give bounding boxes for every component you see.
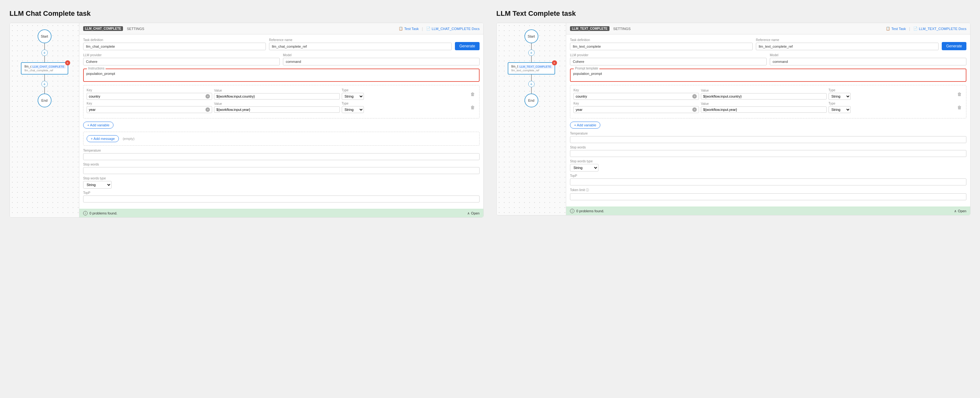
right-open-btn[interactable]: ∧ Open [954,209,966,213]
right-flow-panel: Start + × llm_text_complete llm_text_com… [496,23,566,215]
left-section: LLM Chat Complete task Start + × [10,10,484,218]
left-add-message-btn[interactable]: + Add message [87,135,119,142]
left-model-input[interactable] [283,58,480,65]
right-plus-2[interactable]: + [528,81,535,87]
right-var2-type-select[interactable]: String [829,106,851,113]
left-task-def-group: Task definition [83,38,266,50]
left-open-btn[interactable]: ∧ Open [467,211,480,216]
right-prompt-template-value[interactable]: population_prompt [573,72,963,79]
right-ref-name-input[interactable] [756,43,939,50]
left-var-row-2: Key × Value [87,102,476,113]
right-generate-btn[interactable]: Generate [942,42,966,50]
left-var1-type-select[interactable]: String [342,93,364,100]
left-var1-val-input[interactable] [216,94,337,98]
right-var2-delete[interactable]: 🗑 [956,104,963,111]
right-topp-input[interactable] [570,178,966,186]
left-temperature-label: Temperature [83,149,480,152]
left-topp-input[interactable] [83,195,480,203]
right-var1-key-wrap: × [573,93,699,100]
right-tab-settings[interactable]: SETTINGS [611,25,633,32]
left-tab-active[interactable]: LLM_CHAT_COMPLETE [83,26,123,31]
right-task-close[interactable]: × [552,60,557,65]
right-provider-row: LLM provider Model [570,53,966,65]
right-var1-val-input[interactable] [703,94,824,98]
left-tab-docs[interactable]: 📄 LLM_CHAT_COMPLETE Docs [426,27,480,31]
right-var2-val-wrap [701,106,826,113]
right-ref-name-group: Reference name [756,38,939,50]
left-llm-provider-input[interactable] [83,58,280,65]
left-temperature-group: Temperature [83,149,480,160]
left-var2-clear[interactable]: × [205,108,210,112]
right-var1-clear[interactable]: × [692,94,697,98]
right-model-label: Model [770,53,966,57]
left-tab-test-task[interactable]: 📋 Test Task [399,27,419,31]
left-problems-text: 0 problems found. [89,211,117,215]
right-topp-label: TopP [570,174,966,178]
right-var1-key-input[interactable] [576,94,692,98]
left-task-def-input[interactable] [83,43,266,50]
right-var1-val-wrap [701,93,826,100]
right-def-row: Task definition Reference name Generate [570,38,966,50]
left-var2-val-input[interactable] [216,108,337,111]
right-var1-delete[interactable]: 🗑 [956,90,963,98]
right-stop-words-type-select[interactable]: String [570,164,598,171]
left-instructions-value[interactable]: population_prompt [86,72,476,79]
left-task-node-badge: LLM_CHAT_COMPLETE [31,65,66,68]
right-tab-docs[interactable]: 📄 LLM_TEXT_COMPLETE Docs [913,27,966,31]
right-model-input[interactable] [770,58,966,65]
left-var1-key-input[interactable] [89,94,205,98]
right-stop-words-input[interactable] [570,150,966,157]
left-var2-type-select[interactable]: String [342,106,364,113]
right-arrow-3 [531,75,532,81]
left-task-node[interactable]: × llm_chat_complete llm_chat_complete_re… [21,62,68,75]
left-arrow-1 [44,43,45,49]
right-var2-clear[interactable]: × [692,108,697,112]
left-var2-delete[interactable]: 🗑 [469,104,476,111]
right-prompt-template-label: Prompt template [574,67,600,70]
right-tab-active[interactable]: LLM_TEXT_COMPLETE [570,26,609,31]
right-var2-key-input[interactable] [576,108,692,111]
left-plus-2[interactable]: + [41,81,48,87]
left-model-label: Model [283,53,480,57]
left-stop-words-type-label: Stop words type [83,177,480,180]
right-flow-nodes: Start + × llm_text_complete llm_text_com… [508,29,555,108]
right-temperature-input[interactable] [570,136,966,143]
right-plus-1[interactable]: + [528,49,535,56]
right-var2-key-group: Key × [573,102,699,113]
right-ref-name-label: Reference name [756,38,939,42]
right-var2-val-input[interactable] [703,108,824,111]
left-var1-key-wrap: × [87,93,212,100]
right-var1-type-select[interactable]: String [829,93,851,100]
left-generate-btn[interactable]: Generate [455,42,480,50]
left-task-def-label: Task definition [83,38,266,42]
right-temperature-group: Temperature [570,132,966,143]
right-task-node[interactable]: × llm_text_complete llm_text_complete_re… [508,62,555,75]
right-task-def-input[interactable] [570,43,753,50]
left-arrow-2 [44,56,45,62]
right-stop-words-type-label: Stop words type [570,160,966,163]
left-temperature-input[interactable] [83,153,480,160]
left-var1-delete[interactable]: 🗑 [469,90,476,98]
right-token-limit-label: Token limit ⓘ [570,188,966,192]
right-var2-key-wrap: × [573,106,699,113]
right-tab-test-task[interactable]: 📋 Test Task [886,27,906,31]
left-var1-clear[interactable]: × [205,94,210,98]
right-token-limit-input[interactable] [570,193,966,200]
left-stop-words-type-select[interactable]: String [83,181,111,189]
right-var2-key-label: Key [573,102,699,105]
left-tab-settings[interactable]: SETTINGS [124,25,147,32]
left-plus-1[interactable]: + [41,49,48,56]
right-arrow-4 [531,87,532,94]
left-var2-key-group: Key × [87,102,212,113]
left-task-close[interactable]: × [65,60,70,65]
right-arrow-1 [531,43,532,49]
right-var-row-2: Key × Value [573,102,963,113]
left-var2-key-input[interactable] [89,108,205,111]
right-variables-section: Key × Value [570,85,966,119]
left-stop-words-input[interactable] [83,167,480,174]
right-var1-val-label: Value [701,89,826,92]
right-llm-provider-input[interactable] [570,58,767,65]
left-add-variable-btn[interactable]: + Add variable [83,122,113,128]
left-ref-name-input[interactable] [269,43,452,50]
right-add-variable-btn[interactable]: + Add variable [570,122,600,128]
